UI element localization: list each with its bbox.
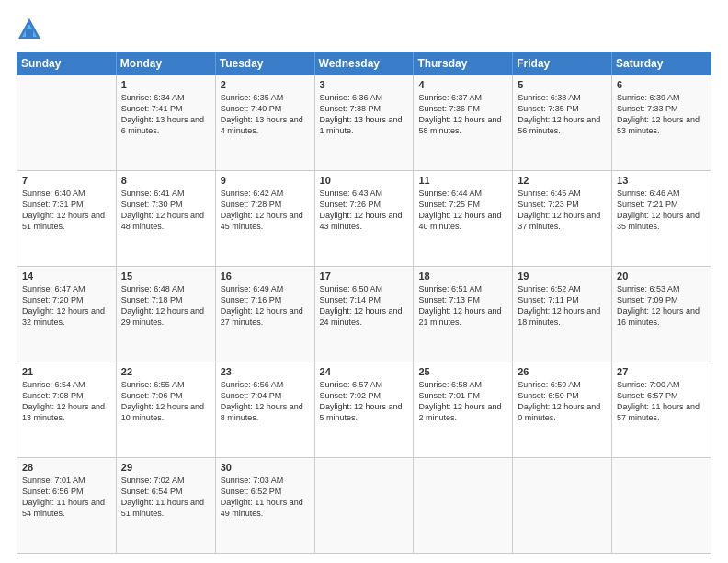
day-cell	[612, 458, 711, 554]
week-row-2: 7Sunrise: 6:40 AMSunset: 7:31 PMDaylight…	[17, 171, 711, 267]
day-cell: 3Sunrise: 6:36 AMSunset: 7:38 PMDaylight…	[314, 75, 414, 171]
day-cell: 27Sunrise: 7:00 AMSunset: 6:57 PMDayligh…	[612, 362, 711, 458]
day-cell	[414, 458, 513, 554]
day-info: Sunrise: 6:51 AMSunset: 7:13 PMDaylight:…	[418, 283, 507, 328]
day-info: Sunrise: 6:58 AMSunset: 7:01 PMDaylight:…	[418, 379, 507, 424]
day-info: Sunrise: 6:54 AMSunset: 7:08 PMDaylight:…	[22, 379, 111, 424]
day-cell: 20Sunrise: 6:53 AMSunset: 7:09 PMDayligh…	[612, 267, 711, 362]
week-row-3: 14Sunrise: 6:47 AMSunset: 7:20 PMDayligh…	[17, 267, 711, 362]
col-header-thursday: Thursday	[414, 52, 513, 75]
day-info: Sunrise: 6:46 AMSunset: 7:21 PMDaylight:…	[617, 188, 706, 233]
day-number: 16	[221, 270, 310, 282]
logo-icon	[17, 17, 42, 42]
day-cell: 18Sunrise: 6:51 AMSunset: 7:13 PMDayligh…	[414, 267, 513, 362]
page: SundayMondayTuesdayWednesdayThursdayFrid…	[0, 0, 728, 563]
day-cell: 21Sunrise: 6:54 AMSunset: 7:08 PMDayligh…	[17, 362, 117, 458]
day-info: Sunrise: 6:34 AMSunset: 7:41 PMDaylight:…	[121, 92, 210, 137]
day-info: Sunrise: 6:38 AMSunset: 7:35 PMDaylight:…	[518, 92, 607, 137]
day-cell: 13Sunrise: 6:46 AMSunset: 7:21 PMDayligh…	[612, 171, 711, 267]
day-cell: 5Sunrise: 6:38 AMSunset: 7:35 PMDaylight…	[513, 75, 612, 171]
day-cell: 26Sunrise: 6:59 AMSunset: 6:59 PMDayligh…	[513, 362, 612, 458]
day-cell: 9Sunrise: 6:42 AMSunset: 7:28 PMDaylight…	[215, 171, 314, 267]
day-cell: 4Sunrise: 6:37 AMSunset: 7:36 PMDaylight…	[414, 75, 513, 171]
day-number: 14	[22, 270, 111, 282]
day-number: 9	[221, 175, 310, 186]
day-cell: 12Sunrise: 6:45 AMSunset: 7:23 PMDayligh…	[513, 171, 612, 267]
day-cell: 25Sunrise: 6:58 AMSunset: 7:01 PMDayligh…	[414, 362, 513, 458]
day-number: 23	[221, 366, 310, 377]
day-number: 27	[617, 366, 706, 377]
day-cell: 1Sunrise: 6:34 AMSunset: 7:41 PMDaylight…	[116, 75, 215, 171]
day-info: Sunrise: 6:36 AMSunset: 7:38 PMDaylight:…	[320, 92, 409, 137]
col-header-monday: Monday	[116, 52, 215, 75]
day-cell: 2Sunrise: 6:35 AMSunset: 7:40 PMDaylight…	[215, 75, 314, 171]
day-info: Sunrise: 6:39 AMSunset: 7:33 PMDaylight:…	[617, 92, 706, 137]
day-number: 10	[320, 175, 409, 186]
calendar-header-row: SundayMondayTuesdayWednesdayThursdayFrid…	[17, 52, 711, 75]
day-number: 18	[418, 270, 507, 282]
day-cell: 14Sunrise: 6:47 AMSunset: 7:20 PMDayligh…	[17, 267, 117, 362]
day-number: 25	[418, 366, 507, 377]
day-number: 17	[320, 270, 409, 282]
day-info: Sunrise: 6:44 AMSunset: 7:25 PMDaylight:…	[418, 188, 507, 233]
day-number: 2	[221, 79, 310, 90]
day-number: 20	[617, 270, 706, 282]
day-number: 12	[518, 175, 607, 186]
day-number: 15	[121, 270, 210, 282]
day-cell: 30Sunrise: 7:03 AMSunset: 6:52 PMDayligh…	[215, 458, 314, 554]
day-info: Sunrise: 6:35 AMSunset: 7:40 PMDaylight:…	[221, 92, 310, 137]
day-info: Sunrise: 6:52 AMSunset: 7:11 PMDaylight:…	[518, 283, 607, 328]
day-number: 30	[221, 462, 310, 473]
col-header-sunday: Sunday	[17, 52, 117, 75]
week-row-5: 28Sunrise: 7:01 AMSunset: 6:56 PMDayligh…	[17, 458, 711, 554]
day-number: 4	[418, 79, 507, 90]
day-info: Sunrise: 6:37 AMSunset: 7:36 PMDaylight:…	[418, 92, 507, 137]
day-info: Sunrise: 6:50 AMSunset: 7:14 PMDaylight:…	[320, 283, 409, 328]
day-cell: 19Sunrise: 6:52 AMSunset: 7:11 PMDayligh…	[513, 267, 612, 362]
col-header-wednesday: Wednesday	[314, 52, 414, 75]
day-cell	[314, 458, 414, 554]
day-number: 8	[121, 175, 210, 186]
day-number: 13	[617, 175, 706, 186]
day-cell: 17Sunrise: 6:50 AMSunset: 7:14 PMDayligh…	[314, 267, 414, 362]
day-info: Sunrise: 7:03 AMSunset: 6:52 PMDaylight:…	[221, 475, 310, 520]
day-info: Sunrise: 6:57 AMSunset: 7:02 PMDaylight:…	[320, 379, 409, 424]
week-row-4: 21Sunrise: 6:54 AMSunset: 7:08 PMDayligh…	[17, 362, 711, 458]
day-cell: 15Sunrise: 6:48 AMSunset: 7:18 PMDayligh…	[116, 267, 215, 362]
day-cell: 7Sunrise: 6:40 AMSunset: 7:31 PMDaylight…	[17, 171, 117, 267]
day-number: 22	[121, 366, 210, 377]
day-number: 19	[518, 270, 607, 282]
calendar-table: SundayMondayTuesdayWednesdayThursdayFrid…	[17, 52, 711, 554]
day-cell: 24Sunrise: 6:57 AMSunset: 7:02 PMDayligh…	[314, 362, 414, 458]
day-cell: 10Sunrise: 6:43 AMSunset: 7:26 PMDayligh…	[314, 171, 414, 267]
day-info: Sunrise: 6:55 AMSunset: 7:06 PMDaylight:…	[121, 379, 210, 424]
day-number: 5	[518, 79, 607, 90]
day-info: Sunrise: 6:48 AMSunset: 7:18 PMDaylight:…	[121, 283, 210, 328]
day-number: 26	[518, 366, 607, 377]
day-number: 28	[22, 462, 111, 473]
day-info: Sunrise: 6:53 AMSunset: 7:09 PMDaylight:…	[617, 283, 706, 328]
day-cell: 22Sunrise: 6:55 AMSunset: 7:06 PMDayligh…	[116, 362, 215, 458]
day-number: 3	[320, 79, 409, 90]
day-info: Sunrise: 6:42 AMSunset: 7:28 PMDaylight:…	[221, 188, 310, 233]
day-cell: 16Sunrise: 6:49 AMSunset: 7:16 PMDayligh…	[215, 267, 314, 362]
col-header-saturday: Saturday	[612, 52, 711, 75]
col-header-friday: Friday	[513, 52, 612, 75]
day-number: 6	[617, 79, 706, 90]
day-info: Sunrise: 6:56 AMSunset: 7:04 PMDaylight:…	[221, 379, 310, 424]
day-info: Sunrise: 7:00 AMSunset: 6:57 PMDaylight:…	[617, 379, 706, 424]
day-number: 29	[121, 462, 210, 473]
day-cell: 29Sunrise: 7:02 AMSunset: 6:54 PMDayligh…	[116, 458, 215, 554]
day-cell	[513, 458, 612, 554]
day-cell: 28Sunrise: 7:01 AMSunset: 6:56 PMDayligh…	[17, 458, 117, 554]
day-number: 24	[320, 366, 409, 377]
col-header-tuesday: Tuesday	[215, 52, 314, 75]
day-info: Sunrise: 6:49 AMSunset: 7:16 PMDaylight:…	[221, 283, 310, 328]
day-cell: 11Sunrise: 6:44 AMSunset: 7:25 PMDayligh…	[414, 171, 513, 267]
day-cell: 23Sunrise: 6:56 AMSunset: 7:04 PMDayligh…	[215, 362, 314, 458]
day-info: Sunrise: 6:59 AMSunset: 6:59 PMDaylight:…	[518, 379, 607, 424]
day-info: Sunrise: 6:41 AMSunset: 7:30 PMDaylight:…	[121, 188, 210, 233]
logo	[17, 17, 46, 42]
day-number: 21	[22, 366, 111, 377]
day-info: Sunrise: 6:43 AMSunset: 7:26 PMDaylight:…	[320, 188, 409, 233]
